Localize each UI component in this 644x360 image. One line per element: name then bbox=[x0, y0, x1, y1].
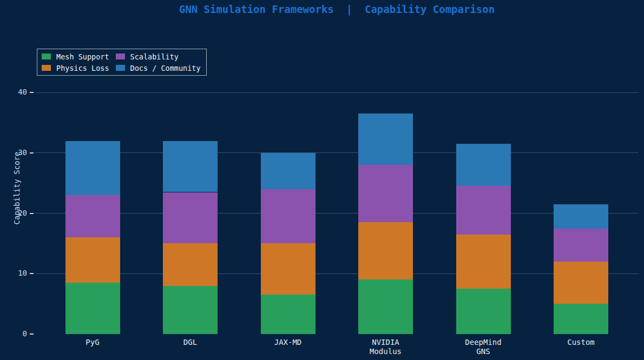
x-tick-label-jax-md: JAX-MD bbox=[239, 338, 337, 347]
legend-label-physics-loss: Physics Loss bbox=[56, 64, 109, 72]
legend-swatch-scalability bbox=[116, 54, 125, 59]
bar-jax-md-physics-loss bbox=[261, 243, 316, 295]
bar-pyg-docs-community bbox=[65, 141, 120, 196]
y-tick-mark-40 bbox=[30, 92, 34, 93]
bar-dgl-docs-community bbox=[163, 141, 218, 192]
bar-deepmind-gns-docs-community bbox=[456, 144, 511, 186]
y-tick-mark-0 bbox=[30, 334, 34, 335]
y-tick-mark-10 bbox=[30, 273, 34, 274]
legend-swatch-mesh-support bbox=[42, 54, 51, 59]
gridline-40 bbox=[35, 92, 639, 93]
bar-dgl-mesh-support bbox=[163, 286, 218, 334]
y-tick-label-40: 40 bbox=[0, 88, 27, 96]
bar-jax-md-scalability bbox=[261, 189, 316, 244]
bar-pyg-mesh-support bbox=[65, 283, 120, 334]
bar-jax-md-mesh-support bbox=[261, 295, 316, 334]
bar-deepmind-gns-physics-loss bbox=[456, 235, 511, 289]
x-tick-label-dgl: DGL bbox=[142, 338, 239, 347]
bar-dgl-scalability bbox=[163, 192, 218, 244]
y-tick-mark-30 bbox=[30, 152, 34, 154]
y-tick-mark-20 bbox=[30, 213, 34, 214]
bar-custom-physics-loss bbox=[554, 262, 608, 304]
legend-label-mesh-support: Mesh Support bbox=[56, 52, 109, 61]
y-tick-label-10: 10 bbox=[0, 269, 27, 277]
gridline-20 bbox=[35, 213, 639, 214]
y-tick-label-0: 0 bbox=[0, 329, 27, 338]
bar-deepmind-gns-mesh-support bbox=[456, 289, 511, 334]
legend-swatch-docs-community bbox=[116, 65, 125, 71]
bar-deepmind-gns-scalability bbox=[456, 186, 511, 234]
bar-nvidia-modulus-physics-loss bbox=[358, 222, 413, 279]
chart-title: GNN Simulation Frameworks | Capability C… bbox=[35, 3, 639, 15]
gridline-10 bbox=[35, 274, 639, 274]
x-tick-label-custom: Custom bbox=[533, 338, 630, 347]
y-tick-label-20: 20 bbox=[0, 209, 27, 217]
x-tick-label-pyg: PyG bbox=[44, 338, 141, 347]
y-tick-label-30: 30 bbox=[0, 148, 27, 157]
bar-pyg-physics-loss bbox=[65, 237, 120, 283]
legend: Mesh SupportPhysics LossScalabilityDocs … bbox=[37, 49, 207, 76]
legend-item-mesh-support: Mesh Support bbox=[42, 52, 109, 61]
x-tick-label-nvidia-modulus: NVIDIA Modulus bbox=[337, 338, 435, 356]
bar-jax-md-docs-community bbox=[261, 153, 316, 189]
bar-dgl-physics-loss bbox=[163, 243, 218, 285]
legend-label-scalability: Scalability bbox=[130, 52, 179, 61]
legend-label-docs-community: Docs / Community bbox=[130, 64, 201, 72]
bar-nvidia-modulus-mesh-support bbox=[358, 279, 413, 334]
gridline-30 bbox=[35, 152, 639, 153]
legend-swatch-physics-loss bbox=[42, 65, 51, 71]
bar-nvidia-modulus-docs-community bbox=[358, 114, 413, 165]
legend-item-scalability: Scalability bbox=[116, 52, 201, 61]
bar-custom-docs-community bbox=[554, 204, 608, 229]
bar-custom-mesh-support bbox=[554, 304, 608, 334]
figure: GNN Simulation Frameworks | Capability C… bbox=[0, 0, 644, 360]
legend-item-docs-community: Docs / Community bbox=[116, 64, 201, 72]
x-tick-label-deepmind-gns: DeepMind GNS bbox=[435, 338, 532, 356]
bar-custom-scalability bbox=[554, 229, 608, 262]
bar-nvidia-modulus-scalability bbox=[358, 165, 413, 222]
bar-pyg-scalability bbox=[65, 195, 120, 237]
legend-item-physics-loss: Physics Loss bbox=[42, 64, 109, 72]
